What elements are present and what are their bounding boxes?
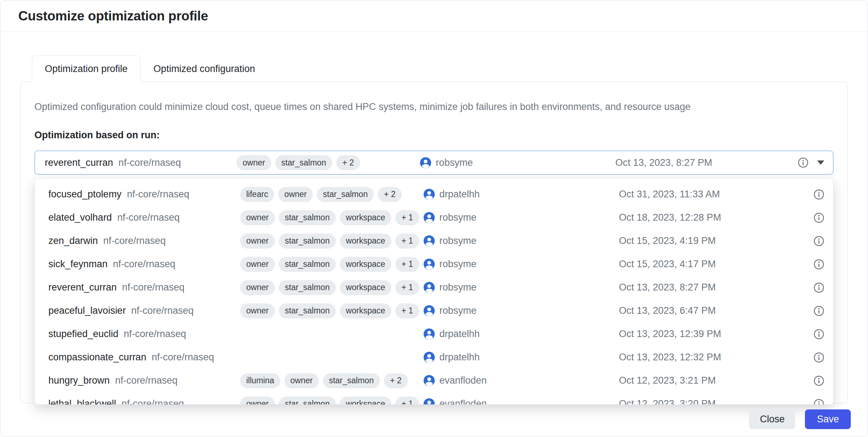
run-list-item[interactable]: hungry_brown nf-core/rnaseq illuminaowne… <box>35 369 833 392</box>
run-list-item[interactable]: lethal_blackwell nf-core/rnaseq ownersta… <box>35 392 833 405</box>
close-button[interactable]: Close <box>749 409 795 429</box>
run-date: Oct 13, 2023, 6:47 PM <box>619 305 799 316</box>
run-tag: owner <box>278 187 313 202</box>
chevron-down-icon[interactable] <box>817 160 824 165</box>
tab-optimized-configuration[interactable]: Optimized configuration <box>140 56 268 82</box>
run-pipeline: nf-core/rnaseq <box>124 328 186 340</box>
user-avatar-icon <box>424 375 435 386</box>
modal-title: Customize optimization profile <box>18 9 208 24</box>
info-icon[interactable] <box>814 189 824 200</box>
run-select[interactable]: reverent_curran nf-core/rnaseq ownerstar… <box>34 150 834 175</box>
run-tag: + 2 <box>384 373 408 388</box>
run-name: compassionate_curran <box>48 352 146 363</box>
run-tag: workspace <box>340 397 391 405</box>
run-tags: ownerstar_salmonworkspace+ 1 <box>240 210 424 225</box>
run-list-item[interactable]: sick_feynman nf-core/rnaseq ownerstar_sa… <box>35 253 833 276</box>
run-date: Oct 15, 2023, 4:17 PM <box>619 259 799 270</box>
run-pipeline: nf-core/rnaseq <box>127 189 189 200</box>
run-picker: reverent_curran nf-core/rnaseq ownerstar… <box>34 150 834 175</box>
info-icon[interactable] <box>814 212 824 223</box>
run-date: Oct 13, 2023, 8:27 PM <box>619 282 799 293</box>
run-name: sick_feynman <box>48 259 108 270</box>
run-pipeline: nf-core/rnaseq <box>122 282 185 293</box>
run-name: hungry_brown <box>48 375 110 386</box>
info-icon[interactable] <box>814 236 824 246</box>
run-tag: owner <box>240 397 275 405</box>
run-pipeline: nf-core/rnaseq <box>117 212 180 223</box>
user-avatar-icon <box>424 282 435 293</box>
run-name: zen_darwin <box>48 235 98 246</box>
tab-optimization-profile[interactable]: Optimization profile <box>32 56 140 82</box>
run-tag: owner <box>237 155 271 170</box>
run-date: Oct 12, 2023, 3:21 PM <box>619 375 799 386</box>
run-tag: + 1 <box>395 257 419 272</box>
info-icon[interactable] <box>814 375 824 386</box>
run-tag: + 1 <box>395 303 419 318</box>
run-tag: star_salmon <box>279 303 336 318</box>
selected-run-tags: ownerstar_salmon+ 2 <box>237 155 420 170</box>
user-avatar-icon <box>424 235 435 246</box>
run-date: Oct 12, 2023, 3:20 PM <box>619 398 799 405</box>
description-text: Optimized configuration could minimize c… <box>34 101 834 113</box>
user-name: robsyme <box>439 282 477 293</box>
run-name: peaceful_lavoisier <box>48 305 126 316</box>
run-name: elated_volhard <box>48 212 112 223</box>
user-name: evanfloden <box>439 375 487 386</box>
user-name: drpatelhh <box>439 328 480 340</box>
run-name: focused_ptolemy <box>48 189 121 200</box>
save-button[interactable]: Save <box>805 409 851 429</box>
info-icon[interactable] <box>814 352 824 363</box>
run-pipeline: nf-core/rnaseq <box>103 235 166 246</box>
modal-body: Optimization profile Optimized configura… <box>0 32 868 403</box>
run-list-item[interactable]: compassionate_curran nf-core/rnaseq drpa… <box>35 346 833 369</box>
run-tags: ownerstar_salmonworkspace+ 1 <box>240 257 424 272</box>
user-avatar-icon <box>420 157 431 168</box>
run-tag: + 1 <box>395 234 419 249</box>
run-tags: lifearcownerstar_salmon+ 2 <box>240 187 424 202</box>
user-avatar-icon <box>424 259 435 270</box>
run-tag: + 1 <box>395 397 419 405</box>
run-tag: owner <box>240 280 275 295</box>
run-tag: star_salmon <box>317 187 374 202</box>
run-tags: illuminaownerstar_salmon+ 2 <box>240 373 424 388</box>
run-tag: star_salmon <box>279 397 336 405</box>
modal-footer: Close Save <box>749 409 851 429</box>
run-picker-label: Optimization based on run: <box>34 129 834 141</box>
info-icon[interactable] <box>814 282 824 293</box>
info-icon[interactable] <box>814 306 824 316</box>
selected-run-user-cell: robsyme <box>420 157 615 168</box>
user-name: evanfloden <box>439 398 487 405</box>
run-list-item[interactable]: reverent_curran nf-core/rnaseq ownerstar… <box>35 276 833 299</box>
run-list-item[interactable]: focused_ptolemy nf-core/rnaseq lifearcow… <box>35 183 833 206</box>
run-list-item[interactable]: stupefied_euclid nf-core/rnaseq drpatelh… <box>35 322 833 346</box>
run-pipeline: nf-core/rnaseq <box>113 259 175 270</box>
run-date: Oct 15, 2023, 4:19 PM <box>619 235 799 246</box>
run-list-item[interactable]: zen_darwin nf-core/rnaseq ownerstar_salm… <box>35 229 833 253</box>
run-list-item[interactable]: elated_volhard nf-core/rnaseq ownerstar_… <box>35 206 833 229</box>
run-pipeline: nf-core/rnaseq <box>131 305 194 316</box>
user-name: robsyme <box>439 235 477 246</box>
run-tags: ownerstar_salmonworkspace+ 1 <box>240 280 424 295</box>
info-icon[interactable] <box>814 399 824 405</box>
run-tag: owner <box>240 234 275 249</box>
run-tag: owner <box>240 257 275 272</box>
run-tag: star_salmon <box>279 210 336 225</box>
info-icon[interactable] <box>814 329 824 340</box>
info-icon[interactable] <box>798 157 809 168</box>
user-avatar-icon <box>424 398 435 405</box>
run-tag: star_salmon <box>279 257 336 272</box>
selected-run: reverent_curran nf-core/rnaseq <box>45 157 237 168</box>
run-tag: owner <box>284 373 319 388</box>
run-date: Oct 18, 2023, 12:28 PM <box>619 212 799 223</box>
run-tag: workspace <box>340 257 391 272</box>
run-list-item[interactable]: peaceful_lavoisier nf-core/rnaseq owners… <box>35 299 833 322</box>
run-tag: + 2 <box>336 155 360 170</box>
run-tag: workspace <box>340 210 391 225</box>
selected-run-name: reverent_curran <box>45 157 113 168</box>
user-name: robsyme <box>439 305 477 316</box>
info-icon[interactable] <box>814 259 824 270</box>
user-name: drpatelhh <box>439 352 480 363</box>
run-tags: ownerstar_salmonworkspace+ 1 <box>240 234 424 249</box>
user-avatar-icon <box>424 189 435 200</box>
selected-run-date: Oct 13, 2023, 8:27 PM <box>615 157 781 168</box>
